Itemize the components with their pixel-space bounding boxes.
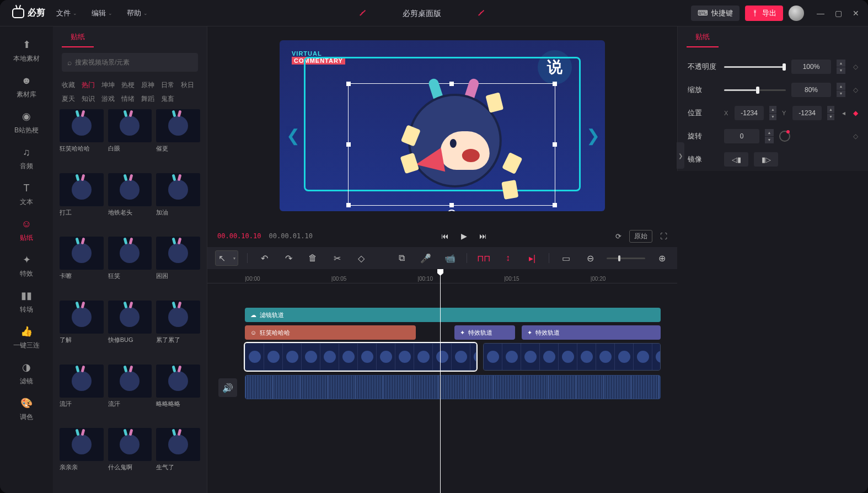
cursor-tool-button[interactable]: ↖ [215, 250, 238, 266]
opacity-value[interactable]: 100% [791, 60, 831, 74]
mirror-horizontal-button[interactable]: ◁▮ [724, 152, 748, 167]
audio-track-toggle[interactable]: 🔊 [218, 378, 237, 397]
sticker-item[interactable]: 略略略略 [156, 365, 200, 423]
sticker-item[interactable]: 了解 [60, 301, 104, 359]
resize-handle[interactable] [346, 142, 351, 147]
tag[interactable]: 知识 [82, 94, 95, 104]
rail-item[interactable]: ✦特效 [0, 248, 53, 284]
window-minimize[interactable]: — [814, 7, 827, 20]
keyframe-icon-active[interactable]: ◆ [853, 109, 858, 117]
keyframe-icon[interactable]: ◇ [853, 86, 858, 94]
opacity-slider[interactable] [724, 66, 786, 68]
stepper-down[interactable]: ▼ [837, 67, 845, 74]
resize-handle[interactable] [346, 203, 351, 207]
resize-handle[interactable] [449, 82, 454, 86]
rail-item[interactable]: ⬆本地素材 [0, 33, 53, 69]
stepper-up[interactable]: ▲ [837, 60, 845, 67]
magnet-button[interactable]: ⊓⊓ [476, 250, 491, 266]
stepper-down[interactable]: ▼ [765, 137, 774, 144]
collapse-props-button[interactable]: ❯ [677, 142, 684, 169]
sticker-item[interactable]: 亲亲亲 [60, 428, 104, 486]
keyframe-icon[interactable]: ◇ [853, 63, 858, 71]
window-maximize[interactable]: ▢ [832, 7, 845, 20]
fullscreen-icon[interactable]: ⛶ [660, 232, 667, 240]
rotation-value[interactable]: 0 [724, 129, 759, 143]
playhead[interactable] [440, 269, 441, 493]
video-clip[interactable] [483, 343, 661, 371]
sticker-item[interactable]: 流汗 [60, 365, 104, 423]
preview-canvas[interactable]: VIRTUAL COMMENTARY 说 ❮ ❯ [280, 40, 605, 211]
tag[interactable]: 坤坤 [101, 81, 115, 90]
tag[interactable]: 游戏 [101, 94, 115, 104]
tag[interactable]: 热门 [82, 81, 95, 90]
sticker-item[interactable]: 地铁老头 [108, 173, 152, 232]
split-button[interactable]: ✂ [329, 250, 345, 266]
resize-handle[interactable] [553, 142, 557, 147]
rail-item[interactable]: ◑滤镜 [0, 356, 53, 392]
resize-handle[interactable] [346, 82, 351, 86]
rail-item[interactable]: T文本 [0, 176, 53, 212]
delete-button[interactable]: 🗑 [305, 250, 320, 266]
resize-handle[interactable] [553, 203, 557, 207]
tag[interactable]: 鬼畜 [161, 94, 174, 104]
prev-frame-button[interactable]: ⏮ [441, 232, 449, 240]
user-avatar[interactable] [789, 6, 804, 21]
undo-button[interactable]: ↶ [256, 250, 272, 266]
position-y-value[interactable]: -1234 [792, 106, 822, 120]
tag[interactable]: 热梗 [121, 81, 135, 90]
rail-item[interactable]: ☺贴纸 [0, 212, 53, 248]
menu-file[interactable]: 文件⌄ [52, 6, 82, 20]
rail-item[interactable]: ◉B站热梗 [0, 105, 53, 141]
capture-button[interactable]: ⧉ [394, 250, 409, 266]
menu-help[interactable]: 帮助⌄ [122, 6, 152, 20]
crop-button[interactable]: ◇ [353, 250, 369, 266]
sticker-item[interactable]: 狂笑哈哈哈 [60, 109, 104, 168]
stepper-up[interactable]: ▲ [837, 83, 845, 90]
sticker-item[interactable]: 什么鬼啊 [108, 428, 152, 486]
effect-clip[interactable]: ✦ 特效轨道 [454, 325, 515, 340]
next-frame-button[interactable]: ⏭ [479, 232, 487, 240]
search-input[interactable] [75, 58, 192, 66]
sticker-item[interactable]: 累了累了 [156, 301, 200, 359]
scale-value[interactable]: 80% [791, 83, 831, 97]
stepper-down[interactable]: ▼ [769, 114, 776, 121]
sticker-item[interactable]: 催更 [156, 109, 200, 168]
play-button[interactable]: ▶ [461, 232, 467, 240]
rail-item[interactable]: ▮▮转场 [0, 284, 53, 320]
sticker-item[interactable]: 卡嚓 [60, 237, 104, 295]
aspect-ratio-button[interactable]: 原始 [629, 230, 652, 243]
rotation-wheel[interactable] [779, 131, 790, 142]
prev-keyframe-icon[interactable]: ◂ [842, 109, 845, 117]
resize-handle[interactable] [553, 82, 557, 86]
tag[interactable]: 夏天 [62, 94, 75, 104]
rail-item[interactable]: ☻素材库 [0, 69, 53, 105]
scale-slider[interactable] [724, 89, 786, 91]
zoom-out-button[interactable]: ⊖ [582, 250, 598, 266]
keyframe-icon[interactable]: ◇ [853, 132, 858, 140]
position-x-value[interactable]: -1234 [735, 106, 764, 120]
snap-button[interactable]: ▸| [524, 250, 540, 266]
resize-handle[interactable] [449, 203, 454, 207]
sticker-item[interactable]: 快修BUG [108, 301, 152, 359]
tag[interactable]: 情绪 [121, 94, 135, 104]
sticker-item[interactable]: 白眼 [108, 109, 152, 168]
preview-toggle-button[interactable]: ▭ [558, 250, 574, 266]
tag[interactable]: 原神 [141, 81, 154, 90]
sticker-item[interactable]: 生气了 [156, 428, 200, 486]
rail-item[interactable]: ♫音频 [0, 141, 53, 176]
tag[interactable]: 秋日 [181, 81, 194, 90]
sticker-clip[interactable]: ☺ 狂笑哈哈哈 [245, 325, 416, 340]
rail-item[interactable]: 👍一键三连 [0, 320, 53, 356]
redo-button[interactable]: ↷ [281, 250, 296, 266]
window-close[interactable]: ✕ [849, 7, 862, 20]
rotate-handle[interactable] [447, 210, 456, 211]
audio-clip[interactable] [245, 375, 661, 399]
stepper-down[interactable]: ▼ [827, 114, 834, 121]
sticker-item[interactable]: 打工 [60, 173, 104, 232]
effect-clip[interactable]: ✦ 特效轨道 [522, 325, 661, 340]
menu-edit[interactable]: 编辑⌄ [87, 6, 117, 20]
zoom-slider[interactable] [607, 258, 645, 259]
zoom-in-button[interactable]: ⊕ [654, 250, 669, 266]
sticker-item[interactable]: 加油 [156, 173, 200, 232]
tag[interactable]: 舞蹈 [141, 94, 154, 104]
